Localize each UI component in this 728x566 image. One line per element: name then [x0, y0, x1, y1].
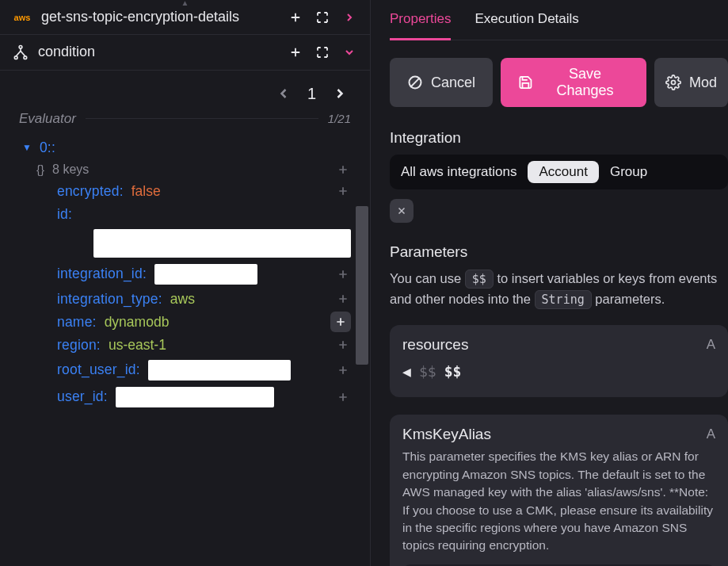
scrollbar-thumb[interactable] [356, 206, 368, 365]
parameters-section: Parameters You can use $$ to insert vari… [390, 243, 728, 566]
redacted-value [154, 264, 257, 285]
svg-point-2 [24, 56, 27, 59]
add-key-icon[interactable] [335, 183, 351, 199]
tree-row-integration-type[interactable]: integration_type aws [22, 288, 351, 311]
tree-row-user-id[interactable]: user_id [22, 384, 351, 411]
expand-icon[interactable] [314, 10, 330, 25]
tree-row-id[interactable]: id [22, 203, 351, 226]
evaluator-count: 1/21 [328, 112, 351, 125]
tab-properties[interactable]: Properties [390, 11, 451, 40]
tree-row-encrypted[interactable]: encrypted false [22, 180, 351, 203]
variable-token[interactable]: $$ [444, 363, 462, 380]
param-type-indicator[interactable]: A [707, 337, 715, 353]
save-button[interactable]: Save Changes [501, 58, 646, 107]
add-icon[interactable] [288, 44, 303, 60]
node-row-get-sns[interactable]: aws get-sns-topic-encryption-details [0, 0, 370, 35]
redacted-value [148, 360, 291, 381]
add-key-icon[interactable] [335, 337, 351, 353]
add-key-icon[interactable] [335, 389, 351, 405]
pager-next-icon[interactable] [332, 86, 348, 101]
evaluator-label-row: Evaluator 1/21 [0, 103, 370, 132]
tree-row-name[interactable]: name dynamodb [22, 311, 351, 334]
expand-icon[interactable] [314, 44, 330, 60]
param-resources: resources A ◀ $$ $$ [390, 325, 728, 397]
variable-token-ghost: $$ [419, 363, 436, 380]
node-row-condition[interactable]: condition [0, 35, 370, 70]
svg-point-0 [19, 46, 22, 49]
json-key: integration_id [57, 266, 147, 282]
json-key: integration_type [57, 291, 162, 308]
param-value[interactable]: ◀ $$ $$ [402, 358, 715, 384]
code-chip: $$ [465, 270, 494, 289]
pager-current: 1 [307, 85, 316, 103]
integration-account[interactable]: Account [528, 161, 598, 183]
button-row: Cancel Save Changes Mod [390, 58, 728, 107]
json-key: root_user_id [57, 361, 140, 378]
json-value: dynamodb [105, 314, 170, 331]
tree-row-integration-id[interactable]: integration_id [22, 261, 351, 288]
redacted-value [116, 387, 274, 407]
tree-root[interactable]: ▼ 0: [22, 136, 351, 159]
pager: 1 [0, 71, 370, 103]
json-key: id [57, 206, 72, 223]
parameters-description: You can use $$ to insert variables or ke… [390, 269, 728, 309]
add-key-icon[interactable] [335, 291, 351, 307]
param-name: resources [402, 336, 468, 354]
json-value: us-east-1 [109, 337, 166, 354]
more-label: Mod [689, 75, 717, 91]
left-panel: ▲ aws get-sns-topic-encryption-details c… [0, 0, 371, 566]
code-chip: String [535, 290, 592, 309]
clear-integration-icon[interactable] [390, 199, 414, 223]
evaluator-label: Evaluator [19, 111, 76, 127]
more-button[interactable]: Mod [654, 58, 728, 107]
json-key: region [57, 337, 101, 354]
add-key-icon[interactable] [335, 162, 351, 178]
divider [86, 118, 318, 119]
integration-all[interactable]: All aws integrations [401, 164, 516, 180]
gear-icon [665, 75, 681, 90]
cancel-icon [407, 75, 423, 90]
json-tree: ▼ 0: {} 8 keys encrypted false id [0, 132, 370, 426]
svg-point-1 [14, 56, 17, 59]
chevron-right-icon[interactable] [341, 10, 357, 25]
pager-prev-icon[interactable] [276, 86, 292, 101]
cancel-button[interactable]: Cancel [390, 58, 493, 107]
json-value: false [131, 183, 161, 200]
integration-label: Integration [390, 129, 728, 147]
aws-icon: aws [13, 11, 32, 24]
integration-selector[interactable]: All aws integrations Account Group [390, 155, 728, 189]
branch-icon [13, 44, 29, 60]
add-icon[interactable] [288, 10, 303, 25]
tree-row-root-user-id[interactable]: root_user_id [22, 357, 351, 384]
chevron-down-icon[interactable] [341, 44, 357, 60]
json-key: name [57, 314, 97, 331]
add-key-icon[interactable] [335, 362, 351, 378]
param-kmskeyalias: KmsKeyAlias A This parameter specifies t… [390, 415, 728, 566]
json-key: encrypted [57, 183, 124, 200]
caret-left-icon[interactable]: ◀ [402, 365, 411, 378]
tree-index: 0: [40, 140, 55, 156]
tree-summary[interactable]: {} 8 keys [22, 159, 351, 180]
integration-group[interactable]: Group [610, 164, 647, 180]
add-key-icon[interactable] [335, 266, 351, 282]
param-help: This parameter specifies the KMS key ali… [402, 448, 715, 555]
keys-summary: 8 keys [52, 163, 89, 177]
json-key: user_id [57, 388, 108, 405]
node-title: get-sns-topic-encryption-details [41, 8, 278, 26]
cancel-label: Cancel [431, 75, 475, 91]
node-actions [288, 10, 357, 25]
tree-row-region[interactable]: region us-east-1 [22, 334, 351, 357]
json-value: aws [170, 291, 195, 308]
node-actions [288, 44, 357, 60]
node-title: condition [38, 43, 278, 61]
svg-point-4 [671, 81, 675, 85]
tabs: Properties Execution Details [390, 11, 728, 40]
caret-down-icon[interactable]: ▼ [22, 142, 32, 153]
parameters-label: Parameters [390, 243, 728, 261]
redacted-value [93, 229, 351, 258]
param-type-indicator[interactable]: A [707, 426, 715, 442]
add-key-icon[interactable] [330, 312, 351, 332]
evaluator-body: 1 Evaluator 1/21 ▼ 0: {} 8 keys [0, 71, 370, 566]
tab-execution-details[interactable]: Execution Details [475, 11, 578, 40]
save-label: Save Changes [541, 66, 629, 99]
